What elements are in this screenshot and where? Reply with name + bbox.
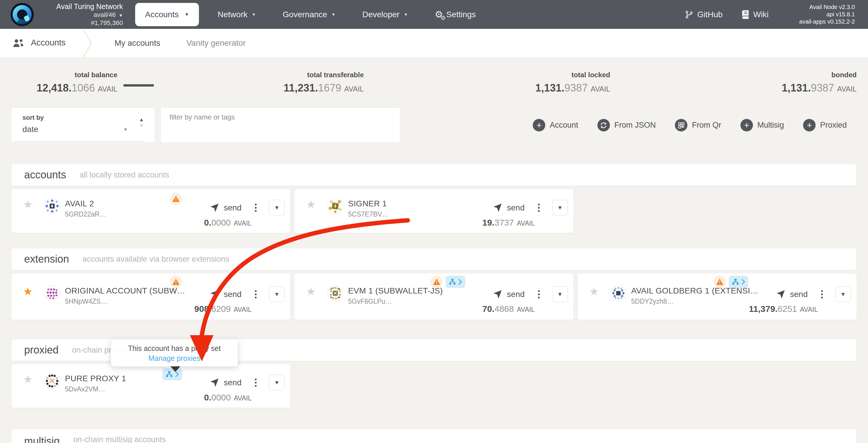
expand-button[interactable]: ▼ bbox=[552, 286, 568, 302]
favorite-star-icon[interactable]: ★ bbox=[306, 199, 316, 210]
expand-button[interactable]: ▼ bbox=[269, 200, 285, 216]
menu-network[interactable]: Network▼ bbox=[218, 10, 256, 19]
account-balance: 19.3737AVAIL bbox=[482, 218, 535, 228]
more-menu-icon[interactable] bbox=[537, 203, 541, 213]
account-name: AVAIL 2 bbox=[65, 199, 106, 208]
section-divider bbox=[83, 29, 93, 59]
more-menu-icon[interactable] bbox=[254, 203, 258, 213]
menu-settings[interactable]: ⚙⚙Settings bbox=[435, 10, 476, 19]
sitemap-icon bbox=[449, 278, 456, 285]
favorite-star-icon[interactable]: ★ bbox=[23, 286, 33, 297]
account-card-avail-goldberg-1: ★ AVAIL GOLDBERG 1 (EXTENSI… 5DDY2yzh8… bbox=[577, 273, 857, 320]
warning-icon[interactable] bbox=[170, 193, 182, 205]
expand-button[interactable]: ▼ bbox=[269, 375, 285, 390]
identicon[interactable] bbox=[327, 198, 343, 214]
account-address[interactable]: 5CS7E7BV… bbox=[348, 210, 389, 218]
send-button[interactable]: send bbox=[224, 290, 242, 299]
section-subtitle: accounts available via browser extension… bbox=[83, 255, 229, 264]
add-via-qr-button[interactable]: From Qr bbox=[675, 119, 721, 131]
favorite-star-icon[interactable]: ★ bbox=[589, 286, 599, 297]
send-icon bbox=[210, 203, 219, 213]
account-address[interactable]: 5HNpW4ZS… bbox=[65, 298, 185, 305]
account-name: ORIGINAL ACCOUNT (SUBW… bbox=[65, 286, 185, 296]
api-version: api v15.8.1 bbox=[799, 11, 855, 18]
send-button[interactable]: send bbox=[224, 378, 242, 387]
github-link[interactable]: GitHub bbox=[685, 10, 723, 19]
chevron-right-icon bbox=[175, 371, 179, 377]
account-card-evm-1: ★ EVM 1 (SUBWALLET-JS) 5GvF6GLPu… bbox=[294, 273, 574, 320]
section-title: proxied bbox=[24, 344, 59, 356]
account-address[interactable]: 5DvAx2VM… bbox=[65, 385, 126, 393]
apps-version: avail-apps v0.152.2-2 bbox=[799, 18, 855, 25]
gear-icon: ⚙⚙ bbox=[435, 10, 443, 19]
add-proxied-button[interactable]: + Proxied bbox=[803, 119, 847, 131]
account-name: PURE PROXY 1 bbox=[65, 374, 126, 383]
add-multisig-button[interactable]: + Multisig bbox=[740, 119, 784, 131]
identicon[interactable] bbox=[44, 285, 60, 301]
account-balance: 0.0000AVAIL bbox=[204, 218, 252, 228]
more-menu-icon[interactable] bbox=[254, 289, 258, 300]
network-name: Avail Turing Network bbox=[39, 2, 123, 10]
account-address[interactable]: 5GRD22aR… bbox=[65, 210, 106, 218]
chevron-down-icon: ▼ bbox=[404, 12, 408, 17]
account-address[interactable]: 5GvF6GLPu… bbox=[348, 298, 443, 305]
warning-icon[interactable] bbox=[714, 276, 726, 288]
section-title: accounts bbox=[24, 169, 66, 181]
identicon[interactable] bbox=[44, 373, 60, 389]
git-branch-icon bbox=[685, 10, 693, 19]
block-number: #1,795,360 bbox=[39, 20, 123, 27]
warning-icon[interactable] bbox=[170, 276, 182, 288]
chevron-down-icon: ▼ bbox=[119, 13, 123, 18]
account-address[interactable]: 5DDY2yzh8… bbox=[631, 298, 758, 305]
expand-button[interactable]: ▼ bbox=[835, 286, 851, 302]
account-balance: 11,379.6251AVAIL bbox=[749, 304, 818, 314]
menu-accounts-button[interactable]: Accounts▼ bbox=[135, 3, 199, 26]
sort-direction-toggle[interactable]: ▲ ▼ bbox=[139, 117, 144, 128]
stat-bonded: bonded 1,131.9387AVAIL bbox=[653, 71, 857, 94]
expand-button[interactable]: ▼ bbox=[552, 200, 568, 216]
account-name: SIGNER 1 bbox=[348, 199, 389, 208]
plus-icon: + bbox=[533, 119, 545, 131]
sort-label: sort by bbox=[23, 114, 44, 121]
sort-by-dropdown[interactable]: sort by date ▼ ▲ ▼ bbox=[11, 108, 155, 143]
identicon[interactable] bbox=[44, 198, 60, 214]
send-button[interactable]: send bbox=[507, 203, 525, 212]
tab-bar: Accounts My accounts Vanity generator bbox=[0, 29, 868, 58]
manage-proxies-link[interactable]: Manage proxies bbox=[116, 354, 232, 362]
more-menu-icon[interactable] bbox=[820, 289, 824, 300]
menu-developer[interactable]: Developer▼ bbox=[362, 10, 408, 19]
menu-governance[interactable]: Governance▼ bbox=[283, 10, 336, 19]
select-underline bbox=[12, 141, 145, 142]
send-button[interactable]: send bbox=[790, 290, 808, 299]
proxy-badge[interactable] bbox=[446, 276, 465, 288]
plus-icon: + bbox=[803, 119, 815, 131]
favorite-star-icon[interactable]: ★ bbox=[23, 199, 33, 210]
identicon[interactable] bbox=[327, 285, 343, 301]
book-icon bbox=[741, 10, 749, 19]
plus-icon: + bbox=[740, 119, 753, 131]
restore-json-button[interactable]: From JSON bbox=[597, 119, 656, 131]
stat-total-balance: total balance 12,418.1066AVAIL bbox=[0, 71, 117, 94]
more-menu-icon[interactable] bbox=[254, 377, 258, 388]
identicon[interactable] bbox=[610, 285, 626, 301]
tab-vanity-generator[interactable]: Vanity generator bbox=[186, 38, 246, 48]
section-multisig-header: multisig on-chain multisig accounts bbox=[11, 429, 857, 443]
add-account-button[interactable]: + Account bbox=[533, 119, 578, 131]
favorite-star-icon[interactable]: ★ bbox=[306, 286, 316, 297]
section-subtitle: on-chain multisig accounts bbox=[73, 435, 166, 443]
proxy-badge[interactable] bbox=[729, 276, 748, 288]
expand-button[interactable]: ▼ bbox=[269, 286, 285, 302]
account-balance: 0.0000AVAIL bbox=[204, 392, 252, 403]
send-button[interactable]: send bbox=[224, 203, 242, 212]
section-title: multisig bbox=[24, 435, 60, 443]
more-menu-icon[interactable] bbox=[537, 289, 541, 300]
send-icon bbox=[210, 289, 219, 299]
chain-spec-selector[interactable]: avail/46▼ bbox=[39, 11, 123, 19]
account-card-avail-2: ★ AVAIL 2 5GRD22aR… send bbox=[11, 189, 291, 233]
filter-input[interactable] bbox=[160, 108, 400, 143]
wiki-link[interactable]: Wiki bbox=[741, 10, 769, 19]
send-button[interactable]: send bbox=[507, 290, 525, 299]
tab-my-accounts[interactable]: My accounts bbox=[115, 38, 160, 48]
favorite-star-icon[interactable]: ★ bbox=[23, 374, 33, 385]
warning-icon[interactable] bbox=[431, 276, 443, 288]
